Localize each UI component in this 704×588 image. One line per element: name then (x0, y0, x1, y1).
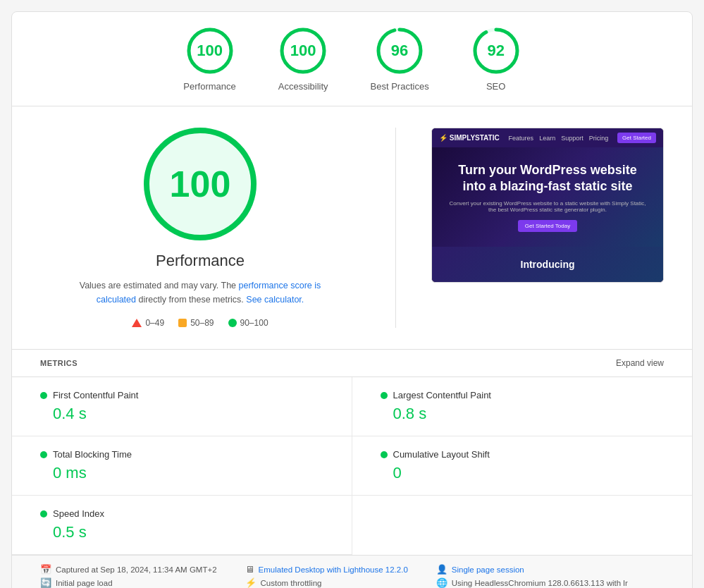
user-icon: 👤 (436, 564, 447, 575)
metric-item-0: First Contentful Paint 0.4 s (12, 377, 352, 436)
website-screenshot: ⚡ SIMPLYSTATIC Features Learn Support Pr… (431, 128, 664, 283)
score-label-accessibility: Accessibility (278, 81, 328, 92)
footer-browser: 🌐 Using HeadlessChromium 128.0.6613.113 … (436, 577, 628, 588)
metric-name-row-1: Largest Contentful Paint (381, 390, 665, 400)
footer-lighthouse: 🖥 Emulated Desktop with Lighthouse 12.2.… (245, 564, 408, 575)
metrics-grid: First Contentful Paint 0.4 s Largest Con… (12, 376, 692, 555)
score-circle-performance: 100 (185, 26, 235, 75)
main-content: 100 Performance Values are estimated and… (12, 106, 692, 349)
metric-item-2: Total Blocking Time 0 ms (12, 436, 352, 496)
score-label-best-practices: Best Practices (371, 81, 429, 92)
globe-icon: 🌐 (436, 577, 447, 588)
footer-page-load: 🔄 Initial page load (40, 577, 217, 588)
legend-poor-label: 0–49 (145, 318, 164, 328)
score-item-accessibility: 100 Accessibility (278, 26, 328, 92)
metric-item-3: Cumulative Layout Shift 0 (352, 436, 693, 496)
screenshot-hero: Turn your WordPress website into a blazi… (432, 147, 663, 247)
footer-col-3: 👤 Single page session 🌐 Using HeadlessCh… (436, 564, 628, 588)
metric-name-row-2: Total Blocking Time (40, 449, 323, 460)
legend-moderate: 50–89 (178, 318, 214, 328)
score-value-accessibility: 100 (290, 42, 316, 60)
metrics-section: METRICS Expand view First Contentful Pai… (12, 349, 692, 555)
score-circle-best-practices: 96 (375, 26, 424, 75)
screenshot-sub-text: Convert your existing WordPress website … (446, 200, 649, 213)
square-icon (178, 319, 187, 327)
dot-icon (228, 319, 237, 327)
footer-captured: 📅 Captured at Sep 18, 2024, 11:34 AM GMT… (40, 564, 217, 575)
expand-view-button[interactable]: Expand view (616, 358, 664, 368)
screenshot-hero-title: Turn your WordPress website into a blazi… (446, 162, 649, 195)
session-link[interactable]: Single page session (452, 565, 524, 574)
metric-name-4: Speed Index (53, 508, 104, 519)
main-card: 100 Performance 100 Accessibility 96 Bes… (11, 11, 693, 588)
screenshot-hero-cta: Get Started Today (518, 220, 577, 232)
right-panel: ⚡ SIMPLYSTATIC Features Learn Support Pr… (431, 128, 664, 328)
screenshot-bottom: Introducing (432, 247, 663, 282)
metric-dot-2 (40, 451, 47, 458)
screenshot-logo: ⚡ SIMPLYSTATIC (439, 134, 500, 142)
legend-good-label: 90–100 (240, 318, 268, 328)
desktop-icon: 🖥 (245, 564, 254, 575)
lighthouse-link[interactable]: Emulated Desktop with Lighthouse 12.2.0 (259, 565, 408, 574)
footer-session: 👤 Single page session (436, 564, 628, 575)
legend-moderate-label: 50–89 (190, 318, 214, 328)
scores-bar: 100 Performance 100 Accessibility 96 Bes… (12, 12, 692, 106)
metric-dot-0 (40, 392, 47, 399)
performance-description: Values are estimated and may vary. The p… (59, 278, 341, 307)
screenshot-cta-button: Get Started (617, 133, 656, 143)
calendar-icon: 📅 (40, 564, 51, 575)
score-item-best-practices: 96 Best Practices (371, 26, 429, 92)
calculator-link[interactable]: See calculator. (246, 295, 304, 305)
big-score-circle: 100 (144, 128, 257, 240)
footer-bar: 📅 Captured at Sep 18, 2024, 11:34 AM GMT… (12, 555, 692, 588)
metric-value-1: 0.8 s (381, 405, 665, 423)
score-legend: 0–49 50–89 90–100 (132, 318, 268, 328)
metric-dot-1 (381, 392, 388, 399)
metric-name-2: Total Blocking Time (53, 449, 132, 460)
metric-item-4: Speed Index 0.5 s (12, 496, 352, 555)
screenshot-intro-text: Introducing (521, 259, 575, 270)
reload-icon: 🔄 (40, 577, 51, 588)
metric-name-0: First Contentful Paint (53, 390, 138, 400)
metric-name-1: Largest Contentful Paint (393, 390, 491, 400)
metrics-title: METRICS (40, 359, 78, 367)
score-item-performance: 100 Performance (183, 26, 235, 92)
score-label-seo: SEO (486, 81, 505, 92)
left-panel: 100 Performance Values are estimated and… (40, 128, 360, 328)
footer-col-2: 🖥 Emulated Desktop with Lighthouse 12.2.… (245, 564, 408, 588)
score-value-best-practices: 96 (391, 42, 408, 60)
metric-value-2: 0 ms (40, 464, 323, 482)
metric-name-row-3: Cumulative Layout Shift (381, 449, 665, 460)
metric-name-row-4: Speed Index (40, 508, 323, 519)
metric-value-0: 0.4 s (40, 405, 323, 423)
big-score-value: 100 (170, 163, 231, 205)
metric-item-1: Largest Contentful Paint 0.8 s (352, 377, 693, 436)
triangle-icon (132, 319, 142, 327)
score-circle-seo: 92 (471, 26, 521, 75)
legend-poor: 0–49 (132, 318, 164, 328)
metric-name-row-0: First Contentful Paint (40, 390, 323, 400)
metric-value-4: 0.5 s (40, 523, 323, 541)
metric-dot-3 (381, 451, 388, 458)
legend-good: 90–100 (228, 318, 268, 328)
metric-name-3: Cumulative Layout Shift (393, 449, 490, 460)
performance-title: Performance (156, 252, 245, 270)
footer-throttling: ⚡ Custom throttling (245, 577, 408, 588)
screenshot-nav: ⚡ SIMPLYSTATIC Features Learn Support Pr… (432, 128, 663, 147)
throttle-icon: ⚡ (245, 577, 257, 588)
score-label-performance: Performance (183, 81, 235, 92)
score-value-seo: 92 (487, 42, 504, 60)
screenshot-nav-links: Features Learn Support Pricing (509, 135, 609, 142)
metrics-header: METRICS Expand view (12, 349, 692, 376)
footer-col-1: 📅 Captured at Sep 18, 2024, 11:34 AM GMT… (40, 564, 217, 588)
vertical-divider (395, 128, 396, 328)
score-circle-accessibility: 100 (278, 26, 328, 75)
metric-value-3: 0 (381, 464, 665, 482)
metric-dot-4 (40, 510, 47, 517)
score-value-performance: 100 (197, 42, 223, 60)
score-item-seo: 92 SEO (471, 26, 521, 92)
